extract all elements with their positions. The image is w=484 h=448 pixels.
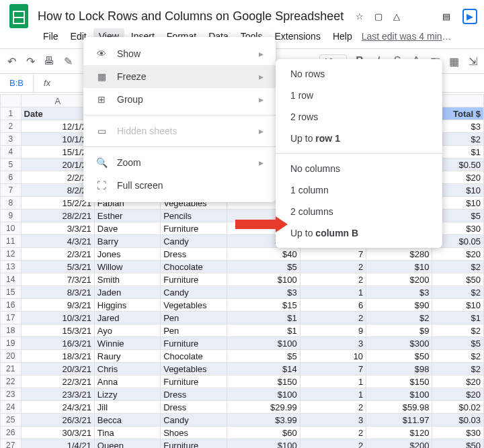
cell[interactable]: 16/3/21 [21,337,94,350]
row-header[interactable]: 6 [1,171,22,184]
cell[interactable]: $5 [227,350,300,363]
row-header[interactable]: 18 [1,324,22,337]
cell[interactable]: $10 [432,299,484,312]
table-row[interactable]: 2424/3/21JillDress$29.992$59.98$0.02 [1,401,484,414]
cell[interactable]: Queen [94,439,160,449]
cell[interactable]: Candy [161,235,227,248]
row-header[interactable]: 8 [1,197,22,210]
row-header[interactable]: 15 [1,286,22,299]
table-row[interactable]: 2222/3/21AnnaFurniture$1501$150$20 [1,375,484,388]
cell[interactable]: Chocolate [161,261,227,273]
cell[interactable]: $120 [366,427,432,439]
freeze-up-to-col[interactable]: Up to column B [276,222,442,244]
cell[interactable]: Furniture [161,222,227,235]
row-header[interactable]: 17 [1,312,22,324]
cell[interactable]: $0.03 [432,414,484,427]
cell[interactable]: Candy [161,414,227,427]
cell[interactable]: 28/2/21 [21,210,94,222]
cell[interactable]: Vegetables [161,299,227,312]
menu-show[interactable]: 👁Show▸ [83,42,276,65]
print-icon[interactable]: 🖶 [43,55,55,67]
cell[interactable]: $0.02 [432,401,484,414]
row-header[interactable]: 1 [1,107,22,120]
cell[interactable]: 2/3/21 [21,248,94,261]
cell[interactable]: $150 [227,375,300,388]
cell[interactable]: $60 [227,427,300,439]
freeze-1-col[interactable]: 1 column [276,179,442,201]
row-header[interactable]: 5 [1,159,22,171]
cell[interactable]: 3 [300,337,366,350]
cell[interactable]: Furniture [161,439,227,449]
table-row[interactable]: 135/3/21WillowChocolate$52$10$2 [1,261,484,273]
cell[interactable]: 2 [300,312,366,324]
cell[interactable]: $11.97 [366,414,432,427]
cell[interactable]: Higgins [94,299,160,312]
row-header[interactable]: 24 [1,401,22,414]
cell[interactable]: $29.99 [227,401,300,414]
cell[interactable]: 7/3/21 [21,273,94,286]
cell[interactable]: 23/3/21 [21,388,94,401]
table-row[interactable]: 2630/3/21TinaShoes$602$120$30 [1,427,484,439]
cell[interactable]: 24/3/21 [21,401,94,414]
row-header[interactable]: 21 [1,363,22,375]
cell[interactable]: Tina [94,427,160,439]
menu-freeze[interactable]: ▦Freeze▸ [83,65,276,88]
cell[interactable]: Dave [94,222,160,235]
freeze-no-rows[interactable]: No rows [276,63,442,85]
cell[interactable]: $50 [366,350,432,363]
cell[interactable]: 9 [300,324,366,337]
cell[interactable]: $3.99 [227,414,300,427]
menu-zoom[interactable]: 🔍Zoom▸ [83,151,276,174]
cell[interactable]: Shoes [161,427,227,439]
table-row[interactable]: 1916/3/21WinnieFurniture$1003$300$5 [1,337,484,350]
cell[interactable]: $50 [432,439,484,449]
cell[interactable]: Raury [94,350,160,363]
cell[interactable]: 3 [300,414,366,427]
row-header[interactable]: 19 [1,337,22,350]
table-row[interactable]: 2018/3/21RauryChocolate$510$50$2 [1,350,484,363]
table-row[interactable]: 2120/3/21ChrisVegetables$147$98$2 [1,363,484,375]
table-row[interactable]: 147/3/21SmithFurniture$1002$200$50 [1,273,484,286]
cell[interactable]: $40 [227,248,300,261]
cell[interactable]: $98 [366,363,432,375]
cell[interactable]: 2 [300,273,366,286]
cell[interactable]: Winnie [94,337,160,350]
cell[interactable]: Willow [94,261,160,273]
cell[interactable]: Jill [94,401,160,414]
cell[interactable]: Barry [94,235,160,248]
cell[interactable]: Becca [94,414,160,427]
table-row[interactable]: 1815/3/21AyoPen$19$9$2 [1,324,484,337]
cell[interactable]: $100 [227,439,300,449]
cell[interactable]: $3 [227,286,300,299]
cell[interactable]: $2 [432,261,484,273]
cell[interactable]: $9 [366,324,432,337]
cell[interactable]: $14 [227,363,300,375]
cell[interactable]: $59.98 [366,401,432,414]
cell[interactable]: 1 [300,286,366,299]
cell[interactable]: Pencils [161,210,227,222]
cell[interactable]: Anna [94,375,160,388]
cell[interactable]: $5 [432,337,484,350]
cell[interactable]: Smith [94,273,160,286]
cell[interactable]: $280 [366,248,432,261]
cell[interactable]: 8/3/21 [21,286,94,299]
menu-group[interactable]: ⊞Group▸ [83,88,276,111]
cell[interactable]: Dress [161,401,227,414]
row-header[interactable]: 23 [1,388,22,401]
cell[interactable]: 30/3/21 [21,427,94,439]
row-header[interactable]: 22 [1,375,22,388]
cell[interactable]: $20 [432,248,484,261]
present-icon[interactable]: ▶ [462,9,477,24]
row-header[interactable]: 14 [1,273,22,286]
menu-file[interactable]: File [38,28,64,44]
row-header[interactable]: 20 [1,350,22,363]
cell[interactable]: Lizzy [94,388,160,401]
cell[interactable]: $200 [366,273,432,286]
cell[interactable]: Pen [161,312,227,324]
cell[interactable]: 1 [300,375,366,388]
cell[interactable]: 1 [300,388,366,401]
row-header[interactable]: 3 [1,133,22,146]
cell[interactable]: 1/4/21 [21,439,94,449]
cell[interactable]: 9/3/21 [21,299,94,312]
menu-help[interactable]: Help [327,28,358,44]
